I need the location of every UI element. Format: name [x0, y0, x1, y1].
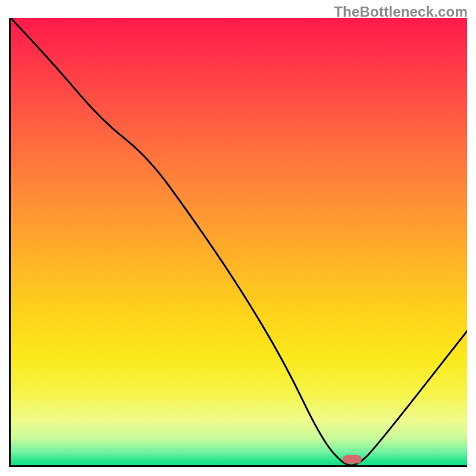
bottleneck-curve	[11, 18, 467, 465]
chart-frame: TheBottleneck.com	[0, 0, 476, 476]
plot-area	[9, 18, 467, 467]
watermark-text: TheBottleneck.com	[334, 4, 468, 20]
optimal-marker	[343, 455, 362, 464]
